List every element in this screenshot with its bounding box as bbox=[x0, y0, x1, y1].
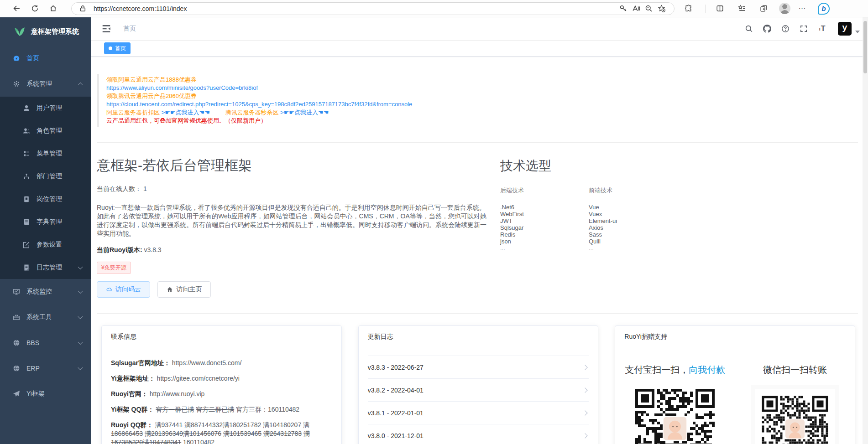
sidebar-item-log-mgmt[interactable]: 日志管理 bbox=[0, 256, 91, 279]
fullscreen-icon[interactable] bbox=[798, 23, 810, 35]
sidebar-item-system-mgmt[interactable]: 系统管理 bbox=[0, 71, 91, 97]
tech-stack-section: 技术选型 后端技术 .Net6 WebFirst JWT Sqlsugar Re… bbox=[500, 148, 858, 298]
sidebar-submenu: 用户管理 角色管理 菜单管理 部门管理 岗位管理 bbox=[0, 97, 91, 279]
page-scrollbar[interactable] bbox=[863, 17, 868, 444]
dictionary-icon bbox=[23, 218, 30, 226]
sidebar-item-system-monitor[interactable]: 系统监控 bbox=[0, 279, 91, 305]
sidebar-item-param-settings[interactable]: 参数设置 bbox=[0, 233, 91, 256]
alipay-qr-code bbox=[632, 385, 718, 444]
refresh-icon[interactable] bbox=[28, 2, 41, 15]
changelog-row[interactable]: v3.8.0 - 2021-12-01 bbox=[368, 424, 589, 444]
wechat-qr-code bbox=[755, 389, 835, 444]
key-icon[interactable] bbox=[617, 2, 628, 15]
user-avatar[interactable] bbox=[838, 22, 852, 36]
sidebar-item-label: 岗位管理 bbox=[37, 195, 62, 203]
copilot-icon[interactable] bbox=[818, 3, 830, 15]
pay-me-link[interactable]: 向我付款 bbox=[689, 365, 725, 375]
app-logo[interactable]: 意框架管理系统 bbox=[0, 17, 91, 46]
gear-icon bbox=[13, 80, 20, 88]
scrollbar-thumb[interactable] bbox=[863, 21, 867, 73]
font-size-icon[interactable] bbox=[816, 23, 828, 35]
sidebar-item-label: BBS bbox=[26, 339, 39, 346]
github-icon[interactable] bbox=[761, 23, 773, 35]
notice-line: 领取阿里云通用云产品1888优惠券 bbox=[106, 76, 858, 84]
browser-actions bbox=[682, 2, 830, 15]
notice-blockquote: 领取阿里云通用云产品1888优惠券 https://www.aliyun.com… bbox=[97, 74, 858, 127]
monitor-icon bbox=[13, 288, 20, 295]
home-icon bbox=[167, 286, 173, 293]
sidebar-item-dept-mgmt[interactable]: 部门管理 bbox=[0, 165, 91, 188]
sidebar-toggle-icon[interactable] bbox=[101, 24, 111, 34]
online-count: 1 bbox=[143, 185, 147, 192]
visit-homepage-button[interactable]: 访问主页 bbox=[157, 281, 211, 298]
extensions-icon[interactable] bbox=[682, 2, 695, 15]
breadcrumb[interactable]: 首页 bbox=[123, 25, 136, 33]
sidebar-item-label: 部门管理 bbox=[37, 172, 62, 181]
visit-gitee-button[interactable]: 访问码云 bbox=[97, 281, 150, 298]
sidebar-item-label: ERP bbox=[26, 365, 40, 372]
lock-icon[interactable] bbox=[77, 2, 88, 15]
sidebar: 意框架管理系统 首页 系统管理 用户管理 角色管理 bbox=[0, 17, 91, 444]
chevron-down-icon bbox=[78, 365, 83, 370]
notice-line: 领取腾讯云通用云产品2860优惠券 bbox=[106, 92, 858, 100]
url-text[interactable]: https://ccnetcore.com:1101/index bbox=[94, 5, 187, 12]
sidebar-item-post-mgmt[interactable]: 岗位管理 bbox=[0, 188, 91, 211]
sidebar-item-erp[interactable]: ERP bbox=[0, 356, 91, 381]
chevron-right-icon bbox=[583, 387, 588, 392]
toolbox-icon bbox=[13, 314, 20, 321]
tencent-coupon-link[interactable]: https://cloud.tencent.com/redirect.php?r… bbox=[106, 100, 858, 108]
tag-home[interactable]: 首页 bbox=[104, 42, 131, 54]
browser-profile-avatar[interactable] bbox=[779, 3, 790, 14]
split-screen-icon[interactable] bbox=[713, 2, 726, 15]
version-value: v3.8.3 bbox=[144, 246, 161, 253]
address-bar[interactable]: https://ccnetcore.com:1101/index bbox=[71, 2, 675, 15]
read-aloud-icon[interactable] bbox=[630, 2, 641, 15]
search-icon[interactable] bbox=[743, 23, 755, 35]
back-icon[interactable] bbox=[10, 2, 23, 15]
yi-qq-group-row: Yi框架 QQ群： 官方一群已满 官方二群已满 官方三群：160110482 bbox=[111, 405, 332, 414]
frontend-label: 前端技术 bbox=[589, 186, 677, 195]
favorite-add-icon[interactable] bbox=[656, 2, 667, 15]
backend-label: 后端技术 bbox=[500, 186, 589, 195]
changelog-card: 更新日志 v3.8.3 - 2022-06-27 v3.8.2 - 2022-0… bbox=[358, 325, 599, 444]
help-icon[interactable] bbox=[779, 23, 791, 35]
backend-list: .Net6 WebFirst JWT Sqlsugar Redis json .… bbox=[500, 204, 589, 252]
collections-icon[interactable] bbox=[735, 2, 748, 15]
page-content: 领取阿里云通用云产品1888优惠券 https://www.aliyun.com… bbox=[91, 57, 868, 444]
online-count-line: 当前在线人数： 1 bbox=[97, 185, 487, 193]
changelog-row[interactable]: v3.8.3 - 2022-06-27 bbox=[368, 356, 589, 379]
more-icon[interactable] bbox=[796, 2, 809, 15]
sidebar-item-dict-mgmt[interactable]: 字典管理 bbox=[0, 211, 91, 233]
contact-row: Ruoyi官网： http://www.ruoyi.vip bbox=[111, 390, 332, 398]
sidebar-item-role-mgmt[interactable]: 角色管理 bbox=[0, 119, 91, 142]
contact-card-body: Sqlsugar官网地址： https://www.donet5.com/ Yi… bbox=[102, 348, 341, 444]
promo-line: 阿里云服务器折扣区 >☛☛点我进入☚☚ 腾讯云服务器秒杀区 >☛☛点我进入☚☚ bbox=[106, 108, 858, 117]
free-open-source-tag: ¥免费开源 bbox=[97, 262, 131, 274]
badge-icon bbox=[23, 196, 30, 203]
sidebar-item-yi-framework[interactable]: Yi框架 bbox=[0, 381, 91, 407]
aliyun-coupon-link[interactable]: https://www.aliyun.com/minisite/goods?us… bbox=[106, 84, 858, 92]
user-icon bbox=[23, 104, 30, 112]
aliyun-enter-link[interactable]: >☛☛点我进入☚☚ bbox=[162, 109, 210, 116]
sidebar-item-system-tools[interactable]: 系统工具 bbox=[0, 305, 91, 330]
sidebar-item-label: 用户管理 bbox=[37, 104, 62, 112]
changelog-row[interactable]: v3.8.2 - 2022-04-01 bbox=[368, 379, 589, 402]
ruoyi-qq-group-row: Ruoyi QQ群： 满937441 满887144332满180251782 … bbox=[111, 421, 332, 444]
edit-icon bbox=[23, 241, 30, 248]
tencent-enter-link[interactable]: >☛☛点我进入☚☚ bbox=[280, 109, 329, 116]
framework-description: Ruoyi:一直想做一款后台管理系统，看了很多优秀的开源项目但是发现没有合适自己… bbox=[97, 203, 487, 238]
chevron-down-icon bbox=[78, 289, 83, 294]
sidebar-item-label: 字典管理 bbox=[37, 218, 62, 226]
home-icon[interactable] bbox=[47, 2, 59, 15]
promo-label: 阿里云服务器折扣区 bbox=[106, 109, 160, 116]
zoom-out-icon[interactable] bbox=[643, 2, 654, 15]
caret-down-icon[interactable] bbox=[855, 31, 860, 33]
sidebar-item-user-mgmt[interactable]: 用户管理 bbox=[0, 97, 91, 119]
sidebar-item-home[interactable]: 首页 bbox=[0, 46, 91, 71]
promo-label: 腾讯云服务器秒杀区 bbox=[225, 109, 278, 116]
main-area: 首页 首页 领取阿里云通用云产品1888优惠券 https://www.aliy… bbox=[91, 17, 868, 444]
sidebar-item-bbs[interactable]: BBS bbox=[0, 330, 91, 356]
duplicate-tab-icon[interactable] bbox=[757, 2, 770, 15]
changelog-row[interactable]: v3.8.1 - 2022-01-01 bbox=[368, 402, 589, 424]
sidebar-item-menu-mgmt[interactable]: 菜单管理 bbox=[0, 142, 91, 165]
